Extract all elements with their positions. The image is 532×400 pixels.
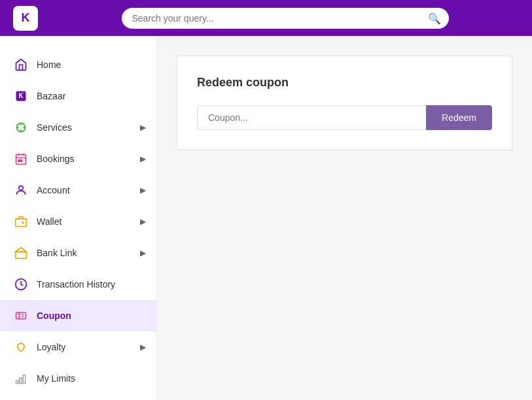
svg-rect-24: [23, 375, 25, 384]
banklink-icon: [13, 245, 29, 261]
main-content: Redeem coupon Redeem: [157, 36, 532, 400]
sidebar-item-home[interactable]: Home: [0, 49, 156, 80]
card-title: Redeem coupon: [197, 76, 492, 90]
svg-rect-22: [16, 380, 18, 383]
chevron-right-icon: ▶: [140, 186, 146, 195]
bazaar-icon: K: [13, 88, 29, 104]
sidebar-label-services: Services: [37, 122, 72, 133]
coupon-icon: [13, 308, 29, 324]
sidebar-item-bookings[interactable]: Bookings▶: [0, 143, 156, 175]
chevron-right-icon: ▶: [140, 154, 146, 163]
coupon-form: Redeem: [197, 105, 492, 130]
home-icon: [13, 57, 29, 73]
sidebar-item-bank-link[interactable]: Bank Link▶: [0, 237, 156, 269]
svg-rect-12: [20, 160, 22, 162]
svg-rect-7: [16, 154, 26, 164]
svg-point-15: [23, 222, 24, 224]
redeem-button[interactable]: Redeem: [426, 105, 492, 130]
sidebar-item-my-limits[interactable]: My Limits: [0, 363, 156, 394]
sidebar-label-home: Home: [37, 59, 61, 70]
sidebar-item-loyalty[interactable]: Loyalty▶: [0, 331, 156, 363]
sidebar: HomeKBazaarServices▶Bookings▶Account▶Wal…: [0, 36, 157, 400]
svg-point-13: [19, 186, 24, 190]
sidebar-label-transaction-history: Transaction History: [37, 279, 115, 290]
sidebar-label-account: Account: [37, 185, 70, 195]
sidebar-label-bank-link: Bank Link: [37, 248, 77, 258]
coupon-card: Redeem coupon Redeem: [177, 56, 512, 150]
bookings-icon: [13, 151, 29, 167]
svg-text:K: K: [18, 92, 24, 99]
limits-icon: [13, 371, 29, 386]
loyalty-icon: [13, 339, 29, 355]
sidebar-item-wallet[interactable]: Wallet▶: [0, 206, 156, 237]
sidebar-label-my-limits: My Limits: [37, 373, 75, 384]
search-bar: 🔍: [122, 8, 449, 29]
svg-rect-23: [20, 378, 22, 383]
sidebar-item-services[interactable]: Services▶: [0, 112, 156, 143]
chevron-right-icon: ▶: [140, 248, 146, 258]
sidebar-item-account[interactable]: Account▶: [0, 175, 156, 206]
chevron-right-icon: ▶: [140, 342, 146, 352]
sidebar-item-transaction-history[interactable]: Transaction History: [0, 269, 156, 300]
app-logo: K: [13, 6, 38, 31]
search-icon: 🔍: [428, 12, 441, 24]
transaction-icon: [13, 276, 29, 292]
sidebar-item-bazaar[interactable]: KBazaar: [0, 80, 156, 112]
sidebar-item-coupon[interactable]: Coupon: [0, 300, 156, 331]
coupon-input[interactable]: [197, 105, 426, 130]
sidebar-label-bazaar: Bazaar: [37, 91, 65, 101]
svg-rect-11: [18, 160, 20, 162]
sidebar-label-wallet: Wallet: [37, 216, 62, 227]
services-icon: [13, 120, 29, 135]
account-icon: [13, 182, 29, 198]
svg-rect-16: [16, 252, 27, 258]
app-header: K 🔍: [0, 0, 532, 36]
sidebar-label-bookings: Bookings: [37, 154, 75, 164]
svg-rect-18: [16, 312, 26, 319]
sidebar-label-coupon: Coupon: [37, 310, 71, 321]
sidebar-label-loyalty: Loyalty: [37, 342, 65, 352]
search-input[interactable]: [122, 8, 449, 29]
chevron-right-icon: ▶: [140, 217, 146, 226]
chevron-right-icon: ▶: [140, 123, 146, 132]
wallet-icon: [13, 214, 29, 229]
svg-rect-14: [16, 219, 27, 227]
